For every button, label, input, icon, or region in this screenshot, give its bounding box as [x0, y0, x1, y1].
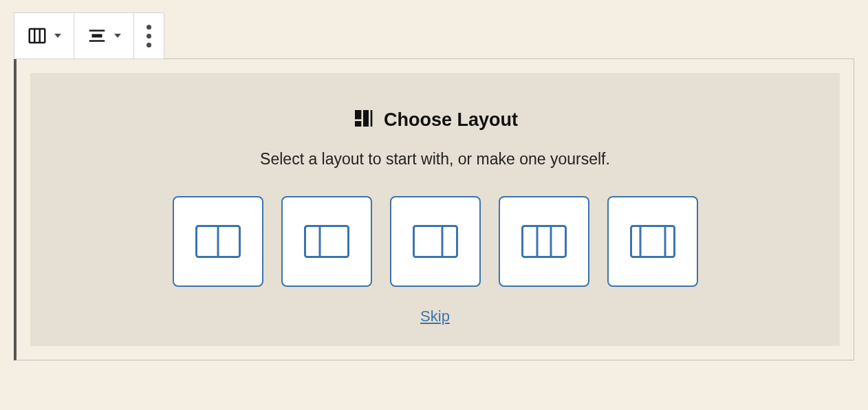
toolbar-group-block-type — [14, 13, 74, 58]
chevron-down-icon — [54, 34, 61, 38]
layout-option-two-thirds-one-third[interactable] — [390, 196, 481, 287]
layout-wide-center-icon — [630, 225, 675, 258]
more-vertical-icon — [147, 25, 151, 47]
block-toolbar — [14, 12, 164, 59]
svg-rect-19 — [631, 226, 674, 257]
svg-rect-4 — [92, 34, 102, 38]
layout-option-wide-center[interactable] — [607, 196, 698, 287]
layout-one-third-two-thirds-icon — [304, 225, 349, 258]
svg-rect-14 — [413, 226, 457, 257]
placeholder-description: Select a layout to start with, or make o… — [51, 150, 819, 169]
layout-two-thirds-one-third-icon — [413, 225, 458, 258]
layout-placeholder: Choose Layout Select a layout to start w… — [30, 73, 840, 346]
svg-rect-6 — [355, 110, 361, 119]
skip-button[interactable]: Skip — [420, 308, 450, 325]
toolbar-group-more — [134, 13, 164, 58]
svg-rect-8 — [363, 110, 369, 127]
svg-rect-12 — [305, 226, 348, 257]
align-icon — [87, 25, 107, 46]
svg-rect-0 — [30, 29, 45, 43]
layout-grid-icon — [352, 107, 374, 132]
columns-block-outline: Choose Layout Select a layout to start w… — [14, 58, 854, 360]
layout-two-equal-icon — [195, 225, 241, 258]
layout-option-three-equal[interactable] — [499, 196, 589, 287]
layout-option-one-third-two-thirds[interactable] — [281, 196, 372, 287]
columns-icon — [27, 25, 47, 46]
more-options-button[interactable] — [134, 13, 164, 58]
svg-rect-16 — [522, 226, 565, 257]
chevron-down-icon — [114, 34, 121, 38]
block-type-button[interactable] — [14, 13, 74, 58]
layout-option-two-equal[interactable] — [173, 196, 263, 287]
layout-options — [51, 196, 819, 287]
align-button[interactable] — [74, 13, 133, 58]
placeholder-header: Choose Layout — [51, 107, 819, 132]
layout-three-equal-icon — [521, 225, 567, 258]
toolbar-group-align — [74, 13, 134, 58]
svg-rect-7 — [355, 121, 361, 127]
placeholder-title: Choose Layout — [384, 109, 518, 131]
svg-rect-9 — [371, 110, 373, 127]
